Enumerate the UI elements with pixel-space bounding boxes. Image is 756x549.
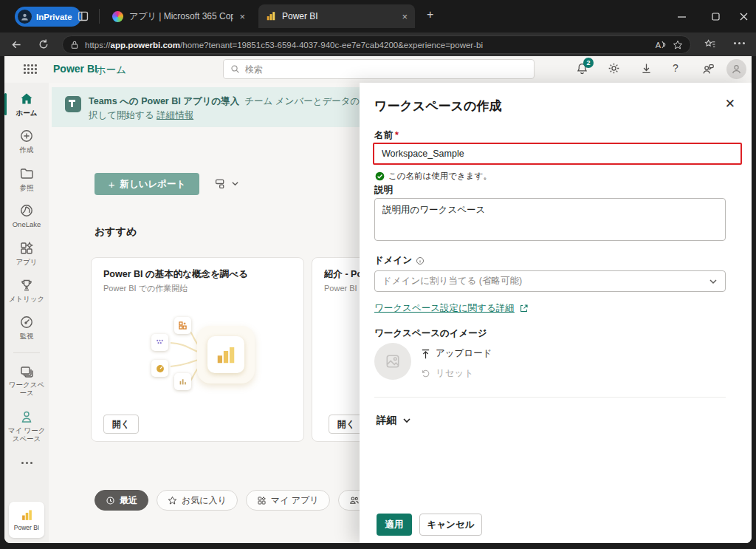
reset-icon (421, 369, 430, 378)
mini-gauge-icon (151, 360, 168, 377)
open-button[interactable]: 開く (329, 415, 364, 434)
mini-apps-icon (174, 317, 191, 334)
nav-browse[interactable]: 参照 (4, 166, 49, 191)
refresh-button[interactable] (38, 38, 49, 50)
upload-button[interactable]: アップロード (421, 347, 492, 360)
domain-label: ドメイン (374, 254, 425, 267)
create-plus-icon (19, 129, 34, 143)
apply-button[interactable]: 適用 (377, 514, 412, 536)
tab-powerbi[interactable]: Power BI × (258, 4, 415, 28)
upload-icon (421, 349, 430, 359)
view-switcher-icon (214, 177, 227, 190)
tab-copilot[interactable]: アプリ | Microsoft 365 Copilot × (105, 4, 252, 28)
chevron-down-icon (402, 416, 411, 425)
nav-my-workspace[interactable]: マイ ワークスペース (4, 409, 49, 443)
apps-icon (257, 496, 267, 505)
tab-title: Power BI (282, 11, 396, 21)
name-validation: この名前は使用できます。 (375, 171, 492, 182)
breadcrumb[interactable]: ホーム (96, 64, 126, 77)
success-check-icon (375, 171, 385, 181)
open-button[interactable]: 開く (103, 415, 139, 434)
recommended-card[interactable]: Power BI の基本的な概念を調べる Power BI での作業開始 (91, 257, 304, 442)
tab-actions-icon[interactable] (77, 10, 89, 22)
browser-menu-icon[interactable] (734, 42, 745, 44)
nav-apps[interactable]: アプリ (4, 241, 49, 266)
read-aloud-icon[interactable]: A (656, 41, 667, 50)
folder-icon (19, 166, 34, 181)
new-report-button[interactable]: + 新しいレポート (94, 173, 199, 195)
panel-title: ワークスペースの作成 (374, 98, 501, 115)
workspace-image-placeholder[interactable] (374, 343, 411, 380)
required-asterisk: * (395, 130, 399, 140)
back-button[interactable] (10, 38, 23, 51)
mini-bars-icon (174, 373, 191, 390)
trophy-icon (19, 278, 34, 293)
inprivate-badge[interactable]: InPrivate (15, 7, 81, 27)
feedback-icon[interactable] (701, 62, 715, 75)
window-minimize-button[interactable] (664, 0, 698, 33)
name-label: 名前* (374, 129, 399, 142)
clock-icon (106, 496, 115, 505)
apps-icon (19, 241, 34, 256)
account-avatar[interactable] (726, 59, 746, 79)
powerbi-page: Power BI ホーム 2 ? (4, 56, 752, 543)
filter-my-apps[interactable]: マイ アプリ (246, 490, 330, 511)
notification-badge: 2 (583, 58, 594, 68)
app-launcher-icon[interactable] (24, 64, 38, 75)
home-icon (19, 92, 34, 106)
mini-dots-icon (151, 334, 168, 351)
help-icon[interactable]: ? (673, 62, 678, 74)
cancel-button[interactable]: キャンセル (419, 514, 482, 536)
brand-logo-text[interactable]: Power BI (53, 63, 97, 75)
workspace-description-input[interactable]: 説明用のワークスペース (374, 198, 726, 241)
view-switcher[interactable] (214, 177, 239, 190)
window-close-button[interactable] (726, 0, 756, 33)
panel-divider (374, 397, 726, 398)
nav-create[interactable]: 作成 (4, 129, 49, 154)
nav-rail: ホーム 作成 参照 OneLake アプリ メトリック (4, 83, 49, 543)
filter-recent[interactable]: 最近 (94, 490, 148, 511)
search-input[interactable] (245, 64, 527, 75)
banner-learn-more-link[interactable]: 詳細情報 (157, 110, 193, 120)
app-header: Power BI ホーム 2 ? (4, 56, 752, 83)
notifications-button[interactable]: 2 (576, 62, 588, 75)
workspace-settings-link[interactable]: ワークスペース設定に関する詳細 (374, 302, 529, 315)
banner-text: Teams への Power BI アプリの導入 チーム メンバーとデータの共 … (89, 95, 369, 127)
description-label: 説明 (374, 184, 393, 197)
lock-icon (70, 40, 79, 50)
nav-home[interactable]: ホーム (4, 92, 49, 117)
inprivate-avatar-icon (18, 10, 32, 24)
panel-close-icon[interactable]: ✕ (725, 96, 735, 112)
browser-window: InPrivate アプリ | Microsoft 365 Copilot × … (0, 0, 756, 549)
settings-gear-icon[interactable] (608, 62, 620, 75)
tab-close-icon[interactable]: × (402, 12, 408, 21)
external-link-icon (519, 304, 529, 313)
inprivate-label: InPrivate (36, 13, 72, 21)
tab-close-icon[interactable]: × (239, 12, 245, 21)
filter-favorites[interactable]: お気に入り (157, 490, 238, 511)
tab-title: アプリ | Microsoft 365 Copilot (129, 10, 233, 23)
workspace-image-label: ワークスペースのイメージ (374, 327, 487, 340)
nav-onelake[interactable]: OneLake (4, 203, 49, 228)
plus-icon: + (109, 178, 115, 191)
copilot-icon (112, 11, 123, 22)
new-tab-button[interactable]: + (427, 9, 433, 21)
info-icon[interactable] (416, 256, 425, 265)
nav-metrics[interactable]: メトリック (4, 278, 49, 303)
domain-select[interactable]: ドメインに割り当てる (省略可能) (374, 270, 726, 292)
download-icon[interactable] (640, 62, 653, 75)
search-icon (230, 64, 240, 74)
advanced-expander[interactable]: 詳細 (377, 414, 411, 427)
address-bar[interactable]: https://app.powerbi.com/home?tenant=1985… (62, 35, 691, 54)
workspace-name-input[interactable] (373, 143, 742, 165)
reset-button[interactable]: リセット (421, 367, 473, 380)
powerbi-app-switch[interactable]: Power BI (9, 502, 44, 538)
nav-monitor[interactable]: 監視 (4, 315, 49, 340)
global-search[interactable] (223, 59, 535, 79)
collections-icon[interactable] (704, 38, 716, 50)
chevron-down-icon (709, 277, 718, 286)
rail-more-button[interactable] (21, 462, 32, 464)
favorite-star-icon[interactable] (673, 40, 683, 50)
powerbi-logo (21, 509, 33, 522)
nav-workspaces[interactable]: ワークスペース (4, 364, 49, 398)
